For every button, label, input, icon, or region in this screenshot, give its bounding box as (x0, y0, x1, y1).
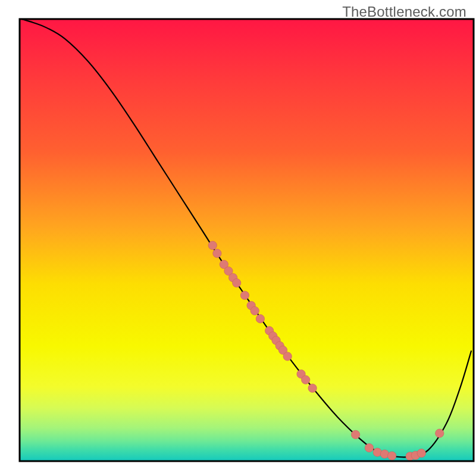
curve-marker (213, 249, 221, 258)
curve-marker (233, 278, 241, 287)
curve-marker (250, 306, 259, 315)
curve-marker (301, 375, 309, 384)
chart-stage: { "watermark": "TheBottleneck.com", "col… (0, 0, 476, 476)
curve-marker (365, 444, 373, 452)
heat-background (20, 19, 474, 461)
curve-marker (256, 315, 264, 323)
curve-marker (351, 430, 359, 439)
curve-marker (283, 352, 292, 361)
curve-marker (308, 384, 317, 392)
curve-marker (417, 449, 425, 457)
curve-marker (436, 429, 444, 437)
curve-marker (240, 291, 249, 299)
curve-marker (387, 452, 396, 460)
curve-marker (208, 241, 217, 249)
chart-svg (0, 0, 476, 476)
